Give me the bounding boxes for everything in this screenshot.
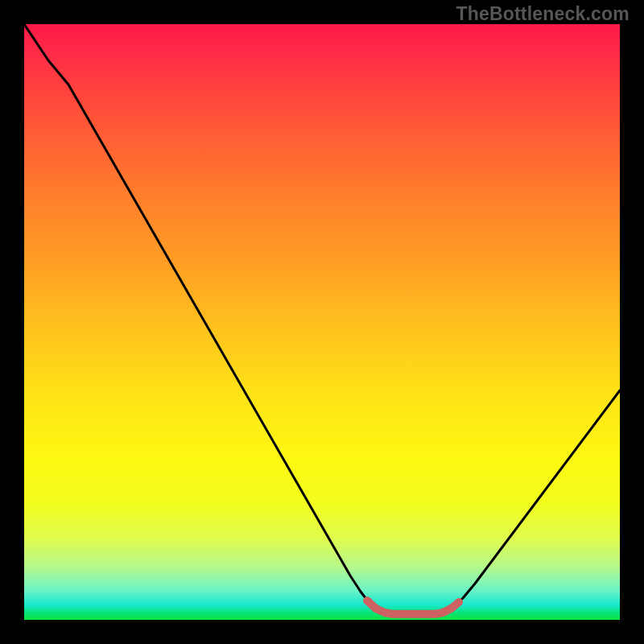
- red-flat-segment: [367, 601, 459, 614]
- curve-layer: [24, 24, 620, 620]
- black-curve: [24, 24, 620, 614]
- watermark-text: TheBottleneck.com: [456, 3, 630, 25]
- chart-frame: TheBottleneck.com: [0, 0, 644, 644]
- plot-area: [24, 24, 620, 620]
